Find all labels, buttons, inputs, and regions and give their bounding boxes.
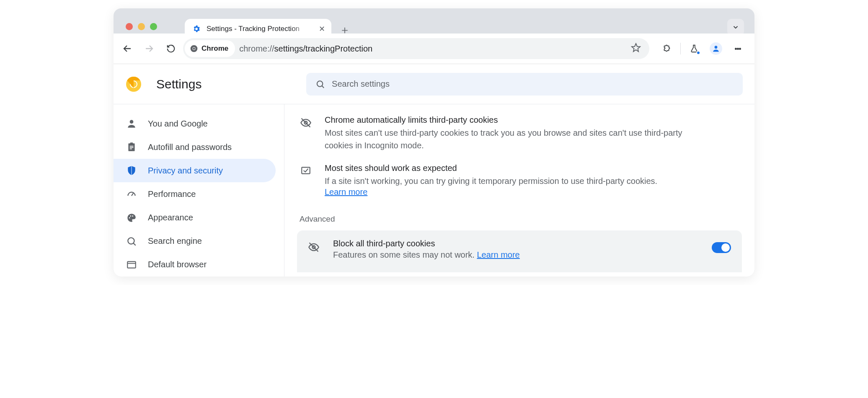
info-row-limit-cookies: Chrome automatically limits third-party … (297, 112, 699, 160)
svg-line-11 (322, 85, 324, 88)
svg-point-20 (132, 215, 133, 217)
browser-toolbar: Chrome chrome://settings/trackingProtect… (114, 34, 754, 64)
settings-main: Chrome automatically limits third-party … (284, 104, 754, 277)
svg-line-17 (132, 193, 133, 196)
close-tab-button[interactable]: ✕ (318, 25, 326, 33)
block-all-cookies-card: Block all third-party cookies Features o… (297, 230, 742, 272)
browser-window: Settings - Tracking Protection ✕ ＋ Chrom… (114, 8, 754, 277)
sidebar-item-label: Search engine (148, 236, 202, 246)
eye-off-icon (308, 239, 320, 255)
search-icon (315, 79, 325, 89)
svg-marker-5 (632, 44, 640, 52)
info-desc: Most sites can't use third-party cookies… (325, 127, 699, 152)
person-icon (126, 118, 137, 129)
reload-button[interactable] (161, 39, 181, 58)
chevron-down-icon (732, 23, 739, 31)
chrome-icon (190, 44, 198, 53)
info-title: Most sites should work as expected (325, 163, 657, 173)
arrow-right-icon (144, 44, 154, 54)
toolbar-divider (680, 43, 681, 54)
profile-button[interactable] (707, 39, 725, 58)
search-icon (126, 236, 137, 247)
kebab-icon (735, 48, 737, 50)
window-maximize-button[interactable] (150, 23, 157, 30)
sidebar-item-default-browser[interactable]: Default browser (114, 253, 276, 277)
address-bar[interactable]: Chrome chrome://settings/trackingProtect… (183, 38, 649, 59)
svg-point-4 (193, 48, 195, 50)
learn-more-link[interactable]: Learn more (477, 250, 519, 259)
block-all-cookies-toggle[interactable] (712, 242, 731, 253)
browser-icon (126, 259, 137, 270)
card-title: Block all third-party cookies (333, 239, 699, 248)
card-desc: Features on some sites may not work. Lea… (333, 250, 699, 260)
notification-dot-icon (696, 51, 700, 55)
sidebar-item-you-and-google[interactable]: You and Google (114, 112, 276, 135)
svg-line-22 (133, 243, 135, 245)
svg-point-10 (317, 81, 323, 86)
checkbox-icon (300, 163, 312, 197)
bookmark-button[interactable] (631, 43, 641, 54)
sidebar-item-search-engine[interactable]: Search engine (114, 230, 276, 253)
url-text: chrome://settings/trackingProtection (239, 44, 372, 54)
svg-point-21 (128, 238, 134, 244)
security-chip-label: Chrome (202, 44, 228, 53)
settings-title: Settings (156, 77, 202, 91)
sidebar-item-label: Appearance (148, 213, 193, 222)
svg-rect-23 (127, 261, 136, 268)
reload-icon (166, 44, 176, 53)
window-close-button[interactable] (126, 23, 133, 30)
sidebar-item-autofill[interactable]: Autofill and passwords (114, 135, 276, 159)
settings-body: You and Google Autofill and passwords Pr… (114, 104, 754, 277)
chrome-menu-button[interactable] (728, 39, 747, 58)
svg-point-19 (130, 215, 131, 217)
section-label-advanced: Advanced (300, 215, 742, 224)
chrome-logo-icon (125, 76, 142, 93)
toolbar-actions (652, 39, 747, 58)
sidebar-item-privacy[interactable]: Privacy and security (114, 159, 276, 182)
speedometer-icon (126, 189, 137, 199)
extensions-button[interactable] (658, 39, 676, 58)
svg-point-12 (130, 120, 134, 124)
star-icon (631, 43, 641, 53)
svg-point-6 (715, 46, 718, 49)
system-menu-button[interactable] (727, 19, 744, 36)
svg-point-18 (129, 217, 130, 218)
settings-search[interactable] (306, 73, 743, 96)
avatar-icon (710, 42, 722, 55)
settings-gear-icon (192, 25, 201, 33)
arrow-left-icon (122, 44, 132, 54)
sidebar-item-performance[interactable]: Performance (114, 182, 276, 206)
page-content: Settings You and Google Autofill and pas… (114, 64, 754, 277)
sidebar-item-label: Default browser (148, 260, 207, 269)
back-button[interactable] (118, 39, 137, 58)
sidebar-item-label: Privacy and security (148, 166, 223, 176)
svg-rect-13 (130, 142, 133, 144)
svg-rect-27 (302, 167, 310, 173)
window-minimize-button[interactable] (138, 23, 145, 30)
settings-header: Settings (114, 64, 754, 104)
window-controls (126, 23, 157, 30)
palette-icon (126, 212, 137, 223)
labs-button[interactable] (685, 39, 703, 58)
puzzle-icon (662, 44, 672, 53)
sidebar-item-label: You and Google (148, 119, 208, 129)
settings-sidebar: You and Google Autofill and passwords Pr… (114, 104, 284, 277)
info-row-sites-work: Most sites should work as expected If a … (297, 160, 699, 205)
sidebar-item-label: Performance (148, 189, 196, 199)
shield-icon (126, 165, 137, 176)
info-title: Chrome automatically limits third-party … (325, 115, 699, 125)
info-desc: If a site isn't working, you can try giv… (325, 175, 657, 187)
learn-more-link[interactable]: Learn more (325, 187, 367, 196)
settings-search-input[interactable] (332, 79, 734, 89)
sidebar-item-label: Autofill and passwords (148, 142, 232, 152)
site-security-chip[interactable]: Chrome (185, 40, 235, 57)
sidebar-item-appearance[interactable]: Appearance (114, 206, 276, 230)
tab-title: Settings - Tracking Protection (207, 25, 312, 33)
clipboard-icon (126, 142, 137, 152)
forward-button[interactable] (140, 39, 159, 58)
eye-off-icon (300, 115, 312, 152)
